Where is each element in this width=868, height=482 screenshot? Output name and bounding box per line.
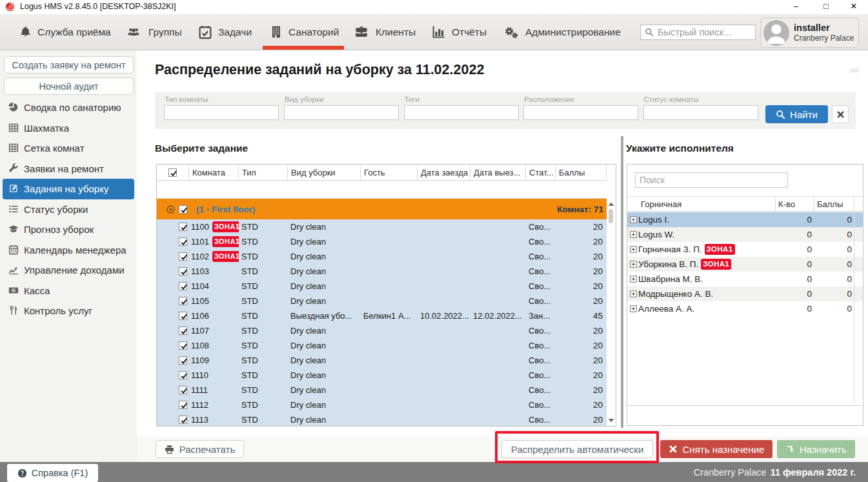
assign-button[interactable]: Назначить bbox=[777, 440, 855, 458]
task-row-1108[interactable]: 1108STDDry cleanСво...20 bbox=[157, 338, 607, 353]
filter-collapse-handle[interactable] bbox=[850, 68, 859, 73]
print-button[interactable]: Распечатать bbox=[156, 440, 244, 458]
select-all-checkbox[interactable] bbox=[168, 168, 177, 177]
maximize-button[interactable]: □ bbox=[816, 0, 836, 14]
sidebar-item-3[interactable]: Заявки на ремонт bbox=[0, 159, 137, 179]
sidebar-item-9[interactable]: Касса bbox=[0, 281, 137, 301]
group-checkbox[interactable] bbox=[179, 205, 187, 214]
tasks-column-header-5[interactable]: Дата заезда bbox=[418, 165, 470, 180]
task-checkbox[interactable] bbox=[179, 282, 187, 290]
task-row-1101[interactable]: 1101ЗОНА1STDDry cleanСво...20 bbox=[157, 234, 607, 249]
task-checkbox[interactable] bbox=[179, 252, 187, 261]
sidebar-item-4[interactable]: Задания на уборку bbox=[3, 179, 134, 199]
nav-tab-item2[interactable]: Задачи bbox=[198, 14, 252, 50]
task-checkbox[interactable] bbox=[179, 223, 187, 231]
close-button[interactable]: ✕ bbox=[844, 0, 863, 14]
executor-row-6[interactable]: Аллеева А. А.00 bbox=[627, 301, 863, 316]
task-checkbox[interactable] bbox=[179, 267, 187, 276]
scroll-up-icon[interactable] bbox=[608, 201, 614, 206]
expand-icon[interactable] bbox=[630, 216, 637, 223]
tasks-column-header-0[interactable] bbox=[157, 165, 189, 180]
tasks-column-header-1[interactable]: Комната bbox=[189, 165, 239, 180]
executor-row-3[interactable]: Уборкина В. П.ЗОНА100 bbox=[627, 257, 863, 272]
executor-row-0[interactable]: Logus I.00 bbox=[627, 212, 863, 227]
expand-icon[interactable] bbox=[630, 276, 637, 283]
sidebar-item-5[interactable]: Статус уборки bbox=[0, 199, 137, 220]
filter-field-input[interactable] bbox=[404, 105, 519, 120]
nav-tab-item5[interactable]: Отчёты bbox=[432, 14, 487, 50]
task-row-1106[interactable]: 1106STDВыездная убо...Белкин1 А...10.02.… bbox=[157, 308, 607, 323]
nav-tab-item4[interactable]: Клиенты bbox=[353, 14, 416, 50]
task-checkbox[interactable] bbox=[179, 371, 187, 379]
quick-search-input[interactable] bbox=[658, 27, 751, 37]
task-row-1103[interactable]: 1103STDDry cleanСво...20 bbox=[157, 264, 607, 279]
task-checkbox[interactable] bbox=[179, 356, 187, 365]
create-repair-request-button[interactable]: Создать заявку на ремонт bbox=[4, 56, 134, 74]
tasks-column-header-6[interactable]: Дата выез... bbox=[470, 165, 526, 180]
sidebar-item-10[interactable]: Контроль услуг bbox=[0, 301, 137, 321]
nav-tab-item0[interactable]: Служба приёма bbox=[19, 14, 111, 50]
sidebar-item-1[interactable]: Шахматка bbox=[0, 118, 137, 139]
task-row-1107[interactable]: 1107STDDry cleanСво...20 bbox=[157, 323, 607, 338]
tasks-column-header-2[interactable]: Тип bbox=[239, 165, 288, 180]
filter-field-input[interactable] bbox=[164, 105, 279, 120]
expand-icon[interactable] bbox=[630, 231, 637, 238]
task-checkbox[interactable] bbox=[179, 297, 187, 305]
expand-icon[interactable] bbox=[630, 305, 637, 312]
sidebar-item-0[interactable]: Сводка по санаторию bbox=[0, 97, 137, 118]
sidebar-item-7[interactable]: Календарь менеджера bbox=[0, 240, 137, 261]
filter-field-input[interactable] bbox=[643, 105, 758, 120]
task-checkbox[interactable] bbox=[179, 416, 187, 424]
scroll-down-icon[interactable] bbox=[608, 418, 614, 423]
executor-row-2[interactable]: Горничная З. П.ЗОНА100 bbox=[627, 242, 863, 257]
task-checkbox[interactable] bbox=[179, 237, 187, 246]
task-row-1102[interactable]: 1102ЗОНА1STDDry cleanСво...20 bbox=[157, 249, 607, 264]
nav-tab-sanatorium[interactable]: Санаторий bbox=[270, 14, 339, 50]
help-button[interactable]: Справка (F1) bbox=[7, 464, 98, 482]
collapse-group-icon[interactable] bbox=[167, 205, 175, 214]
task-row-1111[interactable]: 1111STDDry cleanСво...20 bbox=[157, 383, 607, 397]
task-row-1110[interactable]: 1110STDDry cleanСво...20 bbox=[157, 368, 607, 383]
task-row-1112[interactable]: 1112STDDry cleanСво...20 bbox=[157, 397, 607, 412]
minimize-button[interactable]: – bbox=[786, 0, 805, 14]
sidebar-item-2[interactable]: Сетка комнат bbox=[0, 138, 137, 159]
auto-distribute-button[interactable]: Распределить автоматически bbox=[501, 440, 653, 458]
scrollbar-thumb[interactable] bbox=[609, 209, 613, 223]
executor-row-1[interactable]: Logus W.00 bbox=[627, 227, 863, 242]
task-row-1100[interactable]: 1100ЗОНА1STDDry cleanСво...20 bbox=[157, 219, 607, 234]
filter-field-input[interactable] bbox=[523, 105, 638, 120]
executors-column-header-0[interactable] bbox=[627, 197, 638, 211]
unassign-button[interactable]: Снять назначение bbox=[660, 440, 772, 458]
tasks-column-header-3[interactable]: Вид уборки bbox=[288, 165, 361, 180]
expand-icon[interactable] bbox=[630, 290, 637, 297]
task-row-1104[interactable]: 1104STDDry cleanСво...20 bbox=[157, 279, 607, 294]
executor-search-input[interactable] bbox=[640, 175, 783, 185]
nav-tab-item1[interactable]: Группы bbox=[125, 14, 182, 50]
panel-splitter[interactable] bbox=[621, 136, 623, 428]
executors-column-header-2[interactable]: К-во bbox=[776, 197, 814, 211]
tasks-column-header-7[interactable]: Стат... bbox=[526, 165, 556, 180]
executor-row-5[interactable]: Модрыщенко А. В.00 bbox=[627, 286, 863, 301]
floor-group-row[interactable]: (1 - First floor) Комнат: 71 bbox=[157, 199, 607, 219]
night-audit-button[interactable]: Ночной аудит bbox=[4, 77, 134, 95]
nav-tab-item6[interactable]: Администрирование bbox=[503, 14, 621, 50]
find-button[interactable]: Найти bbox=[765, 105, 828, 123]
clear-filters-button[interactable] bbox=[832, 105, 849, 123]
task-row-1109[interactable]: 1109STDDry cleanСво...20 bbox=[157, 353, 607, 368]
task-checkbox[interactable] bbox=[179, 401, 187, 409]
expand-icon[interactable] bbox=[630, 261, 637, 268]
executor-row-4[interactable]: Швабрина М. В.00 bbox=[627, 272, 863, 286]
executors-column-header-1[interactable]: Горничная bbox=[638, 197, 776, 211]
user-menu[interactable]: installer Cranberry Palace bbox=[760, 17, 859, 48]
sidebar-item-8[interactable]: Управление доходами bbox=[0, 260, 137, 281]
filter-field-input[interactable] bbox=[284, 105, 399, 120]
tasks-column-header-8[interactable]: Баллы bbox=[556, 165, 607, 180]
sidebar-item-6[interactable]: Прогноз уборок bbox=[0, 219, 137, 240]
expand-icon[interactable] bbox=[630, 246, 637, 253]
task-checkbox[interactable] bbox=[179, 386, 187, 394]
task-checkbox[interactable] bbox=[179, 312, 187, 320]
tasks-column-header-4[interactable]: Гость bbox=[361, 165, 418, 180]
task-checkbox[interactable] bbox=[179, 326, 187, 335]
task-row-1113[interactable]: 1113STDDry cleanСво...20 bbox=[157, 412, 607, 426]
task-checkbox[interactable] bbox=[179, 341, 187, 350]
